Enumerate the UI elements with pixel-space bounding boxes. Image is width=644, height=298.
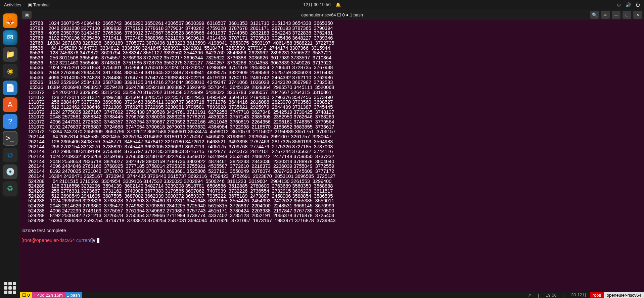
topbar-right: ⊕ 🔊 ⏻ [617,2,640,7]
thunderbird-icon[interactable]: ✉ [3,30,17,45]
status-time: 19:56 [542,293,560,298]
prompt-user-host: [root@openeuler-riscv64 [21,238,76,243]
terminal-window: ▣ openeuler-riscv64 ☐ 0 ● 1 bash 🔍 ≡ — □… [20,9,644,298]
status-session[interactable]: ☐ 0 [20,292,32,298]
software-store-icon[interactable]: A [3,97,17,112]
clock[interactable]: 12月 30 19:56 [303,2,331,8]
power-icon[interactable]: ⏻ [636,2,640,7]
window-titlebar: ▣ openeuler-riscv64 ☐ 0 ● 1 bash 🔍 ≡ — □… [20,9,644,20]
status-window[interactable]: 1 bash [65,292,82,298]
close-button[interactable]: ✕ [633,11,642,19]
help-icon[interactable]: ? [3,114,17,129]
dock: 🦊 ✉ 📁 ◉ 📄 A ? >_ ⧉ 💿 ♻ [1,11,19,198]
status-root: root! [590,292,604,298]
activities-button[interactable]: Activities [4,2,21,7]
network-icon[interactable]: ⊕ [617,2,621,7]
prompt-suffix: ]# [91,238,97,243]
libreoffice-writer-icon[interactable]: 📄 [3,81,17,95]
rhythmbox-icon[interactable]: ◉ [3,64,17,79]
maximize-button[interactable]: □ [623,11,631,19]
terminal-dock-icon[interactable]: >_ [3,131,17,146]
new-tab-button[interactable]: ▣ [22,11,32,19]
vscode-icon[interactable]: ⧉ [3,148,17,162]
status-sep1: | [535,293,542,298]
topbar-center: 12月 30 19:56 🔔 [303,2,341,8]
prompt-path: current [76,238,91,243]
status-host: openeuler-riscv64 [604,292,644,298]
bell-icon[interactable]: 🔔 [335,2,341,7]
files-icon[interactable]: 📁 [3,47,17,62]
topbar-left: Activities ▣ Terminal [4,2,50,7]
tmux-statusbar: ☐ 0 ↑ 40d 22h 15m 1 bash ↗ | 19:56 | 30 … [20,292,644,298]
window-title: openeuler-riscv64 ☐ 0 ● 1 bash [301,12,363,17]
disk-icon[interactable]: 💿 [3,164,17,179]
minimize-button[interactable]: — [612,11,620,19]
status-sep2: | [560,293,568,298]
terminal-content[interactable]: 32768 1024 3607245 4096442 3665742 36862… [20,20,644,292]
status-uptime: ↑ 40d 22h 15m [32,292,65,298]
status-arrow: ↗ [524,293,535,298]
firefox-icon[interactable]: 🦊 [3,13,17,28]
cursor [97,238,99,243]
gnome-topbar: Activities ▣ Terminal 12月 30 19:56 🔔 ⊕ 🔊… [0,0,644,9]
titlebar-right: 🔍 ≡ — □ ✕ [590,11,642,19]
trash-icon[interactable]: ♻ [3,181,17,196]
menu-button[interactable]: ≡ [601,11,610,19]
status-date: 30 12月 [568,292,590,298]
volume-icon[interactable]: 🔊 [626,2,631,7]
show-apps-button[interactable] [4,282,16,294]
terminal-app-menu[interactable]: ▣ Terminal [28,2,50,7]
search-button[interactable]: 🔍 [590,11,599,19]
